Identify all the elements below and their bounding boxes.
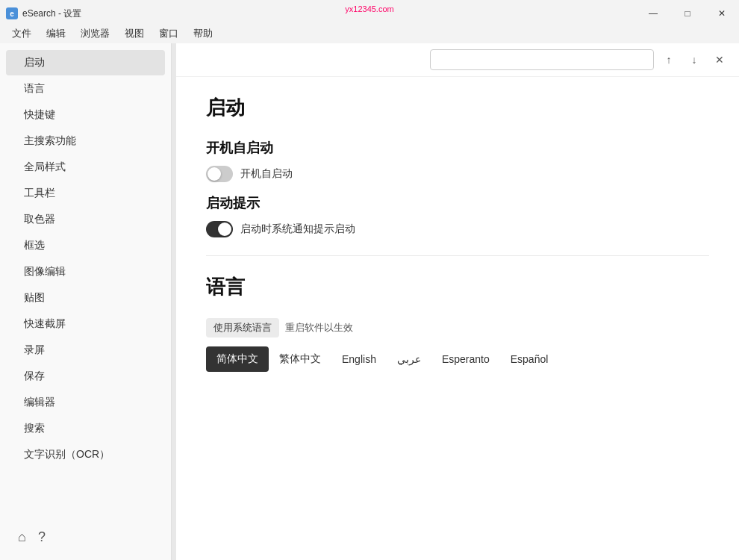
sidebar-item-4[interactable]: 全局样式 (6, 155, 165, 180)
content-topbar: ↑ ↓ ✕ (176, 43, 739, 77)
app-icon: e (6, 7, 18, 19)
toggle-row-1-0: 启动时系统通知提示启动 (206, 221, 709, 237)
sidebar-footer: ⌂ ? (0, 520, 171, 554)
sidebar-item-11[interactable]: 录屏 (6, 337, 165, 363)
sidebar-item-3[interactable]: 主搜索功能 (6, 128, 165, 154)
content-inner: 启动开机自启动开机自启动启动提示启动时系统通知提示启动语言使用系统语言重启软件以… (176, 77, 739, 390)
menu-item-文件[interactable]: 文件 (6, 25, 37, 42)
help-icon[interactable]: ? (38, 529, 46, 545)
window-title: eSearch - 设置 (22, 7, 81, 20)
use-system-language-button[interactable]: 使用系统语言 (206, 318, 279, 337)
toggle-label-0-0: 开机自启动 (240, 167, 293, 181)
restart-hint-text: 重启软件以生效 (285, 321, 353, 335)
sidebar-item-6[interactable]: 取色器 (6, 207, 165, 232)
sidebar-item-12[interactable]: 保存 (6, 364, 165, 389)
sidebar-item-5[interactable]: 工具栏 (6, 181, 165, 206)
toggle-0-0[interactable] (206, 166, 233, 182)
watermark: yx12345.com (345, 4, 393, 13)
sidebar-item-13[interactable]: 编辑器 (6, 390, 165, 415)
maximize-button[interactable]: □ (670, 1, 705, 25)
menu-item-窗口[interactable]: 窗口 (153, 25, 184, 42)
lang-hint-row: 使用系统语言重启软件以生效 (206, 318, 709, 337)
sidebar-item-1[interactable]: 语言 (6, 76, 165, 102)
section-title-language: 语言 (206, 274, 709, 300)
nav-up-button[interactable]: ↑ (658, 49, 679, 70)
nav-down-button[interactable]: ↓ (684, 49, 705, 70)
sidebar-item-0[interactable]: 启动 (6, 50, 165, 75)
menu-bar: 文件编辑浏览器视图窗口帮助 (0, 24, 739, 43)
home-icon[interactable]: ⌂ (18, 529, 26, 545)
search-input[interactable] (430, 49, 654, 70)
lang-option-4[interactable]: Esperanto (431, 346, 500, 372)
sidebar-items-container: 启动语言快捷键主搜索功能全局样式工具栏取色器框选图像编辑贴图快速截屏录屏保存编辑… (0, 49, 171, 468)
subsection-title-0: 开机自启动 (206, 139, 709, 157)
language-options: 简体中文繁体中文EnglishعربيEsperantoEspañol (206, 346, 709, 372)
toggle-row-0-0: 开机自启动 (206, 166, 709, 182)
subsection-title-1: 启动提示 (206, 194, 709, 212)
lang-option-2[interactable]: English (331, 346, 387, 372)
sidebar-item-15[interactable]: 文字识别（OCR） (6, 442, 165, 467)
menu-item-编辑[interactable]: 编辑 (40, 25, 72, 42)
lang-option-1[interactable]: 繁体中文 (269, 346, 331, 372)
lang-option-3[interactable]: عربي (387, 346, 431, 372)
sidebar-item-14[interactable]: 搜索 (6, 416, 165, 441)
sidebar-item-10[interactable]: 快速截屏 (6, 311, 165, 337)
nav-close-button[interactable]: ✕ (709, 49, 730, 70)
sidebar: 启动语言快捷键主搜索功能全局样式工具栏取色器框选图像编辑贴图快速截屏录屏保存编辑… (0, 43, 172, 560)
title-bar: e eSearch - 设置 yx12345.com — □ ✕ (0, 0, 739, 24)
sidebar-item-9[interactable]: 贴图 (6, 285, 165, 311)
window-controls: — □ ✕ (636, 1, 739, 25)
content-area: ↑ ↓ ✕ 启动开机自启动开机自启动启动提示启动时系统通知提示启动语言使用系统语… (176, 43, 739, 560)
main-container: 启动语言快捷键主搜索功能全局样式工具栏取色器框选图像编辑贴图快速截屏录屏保存编辑… (0, 43, 739, 560)
sidebar-item-7[interactable]: 框选 (6, 233, 165, 258)
lang-option-5[interactable]: Español (500, 346, 559, 372)
sidebar-item-2[interactable]: 快捷键 (6, 102, 165, 128)
minimize-button[interactable]: — (636, 1, 670, 25)
sidebar-item-8[interactable]: 图像编辑 (6, 259, 165, 284)
menu-item-帮助[interactable]: 帮助 (187, 25, 219, 42)
section-title-startup: 启动 (206, 95, 709, 121)
lang-option-0[interactable]: 简体中文 (206, 346, 269, 372)
title-bar-left: e eSearch - 设置 (6, 7, 81, 20)
menu-item-视图[interactable]: 视图 (119, 25, 150, 42)
close-button[interactable]: ✕ (705, 1, 739, 25)
menu-item-浏览器[interactable]: 浏览器 (75, 25, 116, 42)
toggle-label-1-0: 启动时系统通知提示启动 (240, 223, 355, 236)
toggle-1-0[interactable] (206, 221, 233, 237)
